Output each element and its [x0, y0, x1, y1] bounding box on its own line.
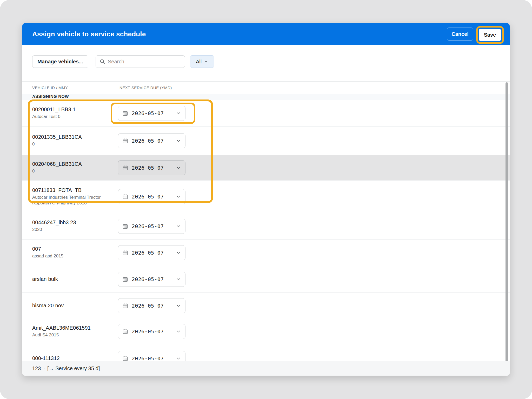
search-icon: [99, 59, 105, 64]
date-value: 2026-05-07: [132, 276, 164, 282]
calendar-icon: [122, 329, 128, 334]
calendar-icon: [122, 303, 128, 309]
chevron-down-icon: [176, 250, 181, 255]
vehicle-mmy: 2020: [32, 227, 106, 232]
vehicle-mmy: 0: [32, 168, 106, 174]
group-header-label: ASSIGNING NOW: [32, 94, 69, 98]
assign-vehicle-modal: Assign vehicle to service schedule Cance…: [22, 23, 510, 376]
date-picker[interactable]: 2026-05-07: [118, 245, 185, 260]
table-row[interactable]: Amit_AABL36ME061591 Audi S4 2015 2026-05…: [22, 319, 510, 344]
date-picker[interactable]: 2026-05-07: [118, 189, 185, 204]
vehicle-table-body: 00200011_LBB3.1 Autocar Test 0 2026-05-0…: [22, 100, 510, 376]
date-picker[interactable]: 2026-05-07: [118, 324, 185, 339]
vehicle-id: 000-111312: [32, 355, 107, 361]
chevron-down-icon: [176, 111, 181, 116]
table-row-disabled[interactable]: 00204068_LBB31CA 0 2026-05-07: [22, 155, 510, 181]
table-footer: 123 · [→ Service every 35 d]: [22, 361, 510, 376]
vehicle-mmy: Autocar Test 0: [32, 114, 106, 119]
date-value: 2026-05-07: [132, 303, 164, 309]
date-value: 2026-05-07: [132, 165, 164, 171]
date-value: 2026-05-07: [132, 223, 164, 229]
vehicle-id: 00201335_LBB31CA: [32, 134, 107, 140]
vehicle-id: 00200011_LBB3.1: [32, 107, 107, 112]
chevron-down-icon: [204, 59, 208, 64]
vehicle-id: bisma 20 nov: [32, 303, 107, 309]
calendar-icon: [122, 250, 128, 256]
vehicle-id: Amit_AABL36ME061591: [32, 325, 107, 331]
vehicle-id: 00711833_FOTA_TB: [32, 187, 107, 193]
footer-separator: ·: [43, 365, 45, 371]
table-row[interactable]: arslan bulk 2026-05-07: [22, 266, 510, 292]
date-picker[interactable]: 2026-05-07: [118, 133, 185, 148]
search-input[interactable]: [108, 59, 181, 65]
vehicle-count: 123: [32, 365, 41, 371]
date-value: 2026-05-07: [132, 110, 164, 116]
group-header-row-clipped: ASSIGNING NOW: [22, 94, 510, 100]
date-value: 2026-05-07: [132, 138, 164, 144]
chevron-down-icon: [176, 329, 181, 334]
table-header-row: VEHICLE ID / MMY NEXT SERVICE DUE (YMD): [22, 81, 510, 94]
vehicle-id: 00446247_lbb3 23: [32, 220, 107, 225]
calendar-icon: [122, 165, 128, 171]
vehicle-mmy: Audi S4 2015: [32, 332, 106, 338]
table-row[interactable]: bisma 20 nov 2026-05-07: [22, 292, 510, 319]
date-picker[interactable]: 2026-05-07: [118, 106, 185, 121]
table-row[interactable]: 00446247_lbb3 23 2020 2026-05-07: [22, 213, 510, 240]
date-picker[interactable]: 2026-05-07: [118, 298, 185, 313]
chevron-down-icon: [176, 303, 181, 308]
search-box[interactable]: [96, 55, 185, 68]
vertical-scrollbar[interactable]: [506, 82, 508, 373]
table-row[interactable]: 007 assad asd 2015 2026-05-07: [22, 240, 510, 266]
date-picker[interactable]: 2026-05-07: [118, 160, 185, 175]
filter-value: All: [196, 59, 202, 65]
desktop-background: Assign vehicle to service schedule Cance…: [0, 0, 532, 399]
chevron-down-icon: [176, 138, 181, 143]
chevron-down-icon: [176, 277, 181, 282]
calendar-icon: [122, 356, 128, 361]
date-value: 2026-05-07: [132, 250, 164, 256]
modal-title: Assign vehicle to service schedule: [32, 23, 146, 45]
save-button[interactable]: Save: [479, 29, 501, 41]
calendar-icon: [122, 276, 128, 282]
chevron-down-icon: [176, 224, 181, 229]
chevron-down-icon: [176, 165, 181, 170]
column-header-next-service: NEXT SERVICE DUE (YMD): [119, 82, 172, 94]
calendar-icon: [122, 138, 128, 144]
service-interval-note: [→ Service every 35 d]: [47, 365, 100, 371]
table-row[interactable]: 00201335_LBB31CA 0 2026-05-07: [22, 127, 510, 155]
date-value: 2026-05-07: [132, 328, 164, 335]
vehicle-mmy: assad asd 2015: [32, 253, 106, 259]
vehicle-mmy: 0: [32, 141, 106, 147]
table-row[interactable]: 00200011_LBB3.1 Autocar Test 0 2026-05-0…: [22, 100, 510, 127]
date-value: 2026-05-07: [132, 194, 164, 200]
calendar-icon: [122, 223, 128, 229]
modal-header: Assign vehicle to service schedule Cance…: [22, 23, 510, 45]
date-picker[interactable]: 2026-05-07: [118, 272, 185, 287]
filter-dropdown[interactable]: All: [190, 55, 214, 68]
cancel-button[interactable]: Cancel: [447, 28, 473, 41]
calendar-icon: [122, 110, 128, 116]
vehicle-mmy: Autocar Industries Terminal Tractor (xsp…: [32, 195, 106, 206]
date-picker[interactable]: 2026-05-07: [118, 219, 185, 234]
vehicle-id: 00204068_LBB31CA: [32, 161, 107, 167]
chevron-down-icon: [176, 194, 181, 199]
manage-vehicles-button[interactable]: Manage vehicles...: [32, 55, 88, 68]
date-value: 2026-05-07: [132, 355, 164, 362]
vehicle-id: arslan bulk: [32, 276, 107, 282]
vehicle-id: 007: [32, 246, 107, 252]
table-row[interactable]: 00711833_FOTA_TB Autocar Industries Term…: [22, 181, 510, 213]
chevron-down-icon: [176, 356, 181, 361]
calendar-icon: [122, 194, 128, 200]
column-header-vehicle-id: VEHICLE ID / MMY: [32, 82, 68, 94]
